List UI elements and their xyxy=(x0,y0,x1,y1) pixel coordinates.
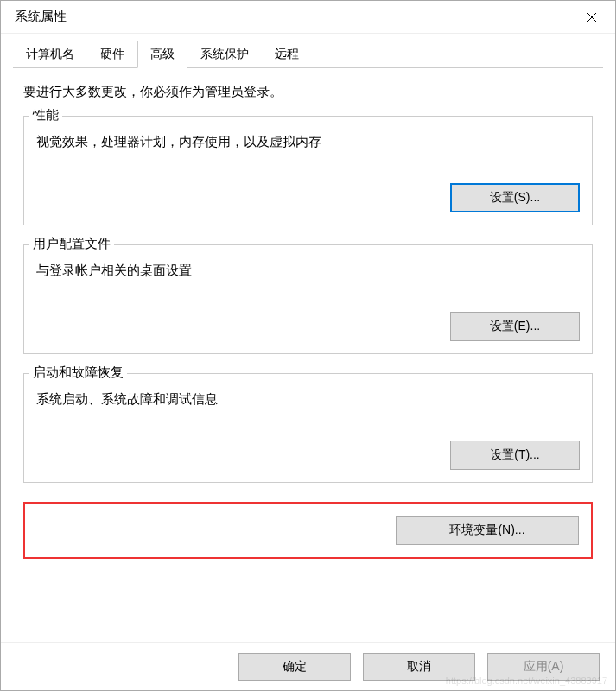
group-user-profiles: 用户配置文件 与登录帐户相关的桌面设置 设置(E)... xyxy=(23,244,593,354)
group-startup-recovery-title: 启动和故障恢复 xyxy=(29,365,127,381)
dialog-button-bar: 确定 取消 应用(A) xyxy=(1,642,615,690)
group-user-profiles-button-row: 设置(E)... xyxy=(36,312,580,341)
ok-button[interactable]: 确定 xyxy=(238,653,351,681)
group-user-profiles-desc: 与登录帐户相关的桌面设置 xyxy=(36,263,580,279)
group-startup-recovery: 启动和故障恢复 系统启动、系统故障和调试信息 设置(T)... xyxy=(23,373,593,483)
environment-variables-button[interactable]: 环境变量(N)... xyxy=(396,516,579,545)
tab-remote[interactable]: 远程 xyxy=(262,41,312,68)
close-icon xyxy=(587,12,597,22)
user-profiles-settings-button[interactable]: 设置(E)... xyxy=(450,312,580,341)
window-title: 系统属性 xyxy=(15,9,67,25)
tab-advanced[interactable]: 高级 xyxy=(137,41,187,68)
system-properties-dialog: 系统属性 计算机名 硬件 高级 系统保护 远程 要进行大多数更改，你必须作为管理… xyxy=(0,0,616,691)
performance-settings-button[interactable]: 设置(S)... xyxy=(450,183,580,212)
titlebar: 系统属性 xyxy=(1,1,615,34)
apply-button[interactable]: 应用(A) xyxy=(487,653,600,681)
env-var-highlight-box: 环境变量(N)... xyxy=(23,502,593,559)
tab-system-protection[interactable]: 系统保护 xyxy=(187,41,262,68)
tab-hardware[interactable]: 硬件 xyxy=(87,41,137,68)
admin-note-text: 要进行大多数更改，你必须作为管理员登录。 xyxy=(23,84,593,100)
startup-recovery-settings-button[interactable]: 设置(T)... xyxy=(450,441,580,470)
close-button[interactable] xyxy=(579,4,605,30)
group-performance-title: 性能 xyxy=(29,107,62,124)
group-performance: 性能 视觉效果，处理器计划，内存使用，以及虚拟内存 设置(S)... xyxy=(23,116,593,225)
group-performance-button-row: 设置(S)... xyxy=(36,183,580,212)
cancel-button[interactable]: 取消 xyxy=(363,653,475,681)
group-performance-desc: 视觉效果，处理器计划，内存使用，以及虚拟内存 xyxy=(36,134,580,150)
group-startup-recovery-desc: 系统启动、系统故障和调试信息 xyxy=(36,391,580,408)
group-startup-recovery-button-row: 设置(T)... xyxy=(36,441,580,470)
group-user-profiles-title: 用户配置文件 xyxy=(29,236,114,252)
tab-content-advanced: 要进行大多数更改，你必须作为管理员登录。 性能 视觉效果，处理器计划，内存使用，… xyxy=(1,68,615,642)
tab-strip: 计算机名 硬件 高级 系统保护 远程 xyxy=(1,34,615,68)
tab-computer-name[interactable]: 计算机名 xyxy=(13,41,87,68)
